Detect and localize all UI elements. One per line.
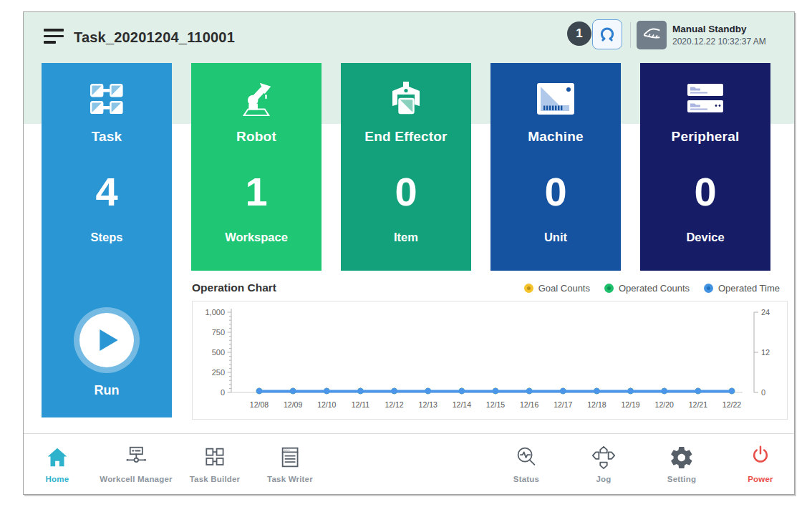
setting-gear-icon: [667, 443, 696, 473]
gripper-loop-icon: [598, 25, 617, 44]
operation-chart: 1,000750500250012/0812/0912/1012/1112/12…: [192, 301, 788, 420]
nav-task-builder[interactable]: Task Builder: [190, 443, 241, 483]
workcell-manager-icon: [100, 443, 172, 473]
run-button[interactable]: [74, 307, 140, 373]
header-divider: [630, 22, 631, 48]
nav-task-writer[interactable]: Task Writer: [267, 443, 313, 483]
svg-text:0: 0: [221, 388, 225, 397]
svg-text:12/10: 12/10: [317, 400, 336, 409]
manual-mode-tile: [637, 21, 667, 49]
card-value: 0: [490, 172, 621, 212]
svg-text:12/14: 12/14: [453, 400, 471, 409]
play-icon: [100, 329, 118, 351]
svg-text:12/15: 12/15: [486, 400, 505, 409]
machine-card[interactable]: Machine 0 Unit: [490, 63, 621, 271]
manual-hand-icon: [642, 25, 662, 45]
card-label: Peripheral: [640, 129, 770, 145]
svg-text:12: 12: [761, 348, 770, 357]
svg-text:12/16: 12/16: [520, 400, 538, 409]
main-screen: Task_20201204_110001 1 Manual Standby 20…: [23, 11, 795, 495]
machine-icon: [490, 80, 621, 117]
card-unit: Item: [341, 231, 471, 244]
svg-text:12/20: 12/20: [655, 400, 674, 409]
svg-text:12/17: 12/17: [554, 400, 572, 409]
card-unit: Workspace: [191, 231, 322, 244]
svg-text:12/19: 12/19: [621, 400, 639, 409]
svg-text:0: 0: [761, 388, 765, 397]
chart-legend: Goal Counts Operated Counts Operated Tim…: [524, 283, 780, 294]
svg-text:12/21: 12/21: [689, 400, 707, 409]
operated-time-dot-icon: [704, 284, 713, 293]
card-unit: Unit: [490, 231, 621, 244]
legend-goal-counts: Goal Counts: [524, 283, 590, 294]
end-effector-card[interactable]: End Effector 0 Item: [341, 63, 471, 271]
nav-status[interactable]: Status: [513, 443, 540, 483]
card-value: 0: [640, 172, 770, 212]
svg-text:12/18: 12/18: [587, 400, 606, 409]
svg-text:12/11: 12/11: [352, 400, 370, 409]
peripheral-card[interactable]: Peripheral 0 Device: [640, 63, 770, 271]
svg-text:12/13: 12/13: [419, 400, 438, 409]
svg-text:12/22: 12/22: [722, 400, 741, 409]
svg-text:500: 500: [212, 348, 225, 357]
power-icon: [747, 443, 774, 473]
operation-chart-title: Operation Chart: [192, 281, 276, 294]
home-icon: [44, 443, 71, 473]
card-label: End Effector: [341, 129, 471, 145]
robot-card[interactable]: Robot 1 Workspace: [191, 63, 322, 271]
operation-chart-canvas: 1,000750500250012/0812/0912/1012/1112/12…: [193, 301, 787, 419]
svg-text:250: 250: [212, 368, 225, 377]
svg-text:1,000: 1,000: [205, 308, 225, 317]
bottom-nav: Home Workcell Manager: [24, 433, 794, 494]
peripheral-devices-icon: [640, 80, 770, 117]
card-value: 4: [42, 172, 172, 212]
status-magnifier-icon: [513, 443, 540, 473]
page-title: Task_20201204_110001: [74, 29, 235, 46]
legend-operated-counts: Operated Counts: [604, 283, 690, 294]
legend-operated-time: Operated Time: [704, 283, 780, 294]
end-effector-gripper-icon: [341, 80, 471, 117]
card-label: Task: [42, 129, 172, 145]
task-builder-icon: [190, 443, 241, 473]
card-label: Machine: [490, 129, 621, 145]
servo-gripper-button[interactable]: [592, 19, 622, 49]
task-blocks-icon: [42, 80, 172, 117]
svg-text:12/08: 12/08: [250, 400, 269, 409]
card-value: 1: [191, 172, 322, 212]
run-button-label: Run: [42, 383, 172, 398]
annotation-badge-1: 1: [567, 21, 591, 46]
robot-mode-status: Manual Standby: [672, 24, 766, 34]
svg-text:24: 24: [761, 308, 770, 317]
svg-text:12/12: 12/12: [385, 400, 403, 409]
task-card[interactable]: Task 4 Steps Run: [42, 63, 172, 417]
menu-hamburger-icon[interactable]: [44, 29, 64, 44]
card-label: Robot: [191, 129, 322, 145]
card-unit: Device: [640, 231, 770, 244]
nav-home[interactable]: Home: [44, 443, 71, 483]
nav-power[interactable]: Power: [747, 443, 774, 483]
goal-counts-dot-icon: [524, 284, 533, 293]
card-value: 0: [341, 172, 471, 212]
datetime-display: 2020.12.22 10:32:37 AM: [672, 37, 766, 47]
svg-text:750: 750: [212, 328, 225, 337]
svg-text:12/09: 12/09: [284, 400, 302, 409]
task-writer-icon: [267, 443, 313, 473]
card-unit: Steps: [42, 231, 172, 244]
operated-counts-dot-icon: [604, 284, 614, 293]
nav-setting[interactable]: Setting: [667, 443, 696, 483]
nav-workcell-manager[interactable]: Workcell Manager: [100, 443, 172, 483]
jog-dpad-icon: [590, 443, 617, 473]
robot-arm-icon: [191, 80, 322, 117]
nav-jog[interactable]: Jog: [590, 443, 617, 483]
